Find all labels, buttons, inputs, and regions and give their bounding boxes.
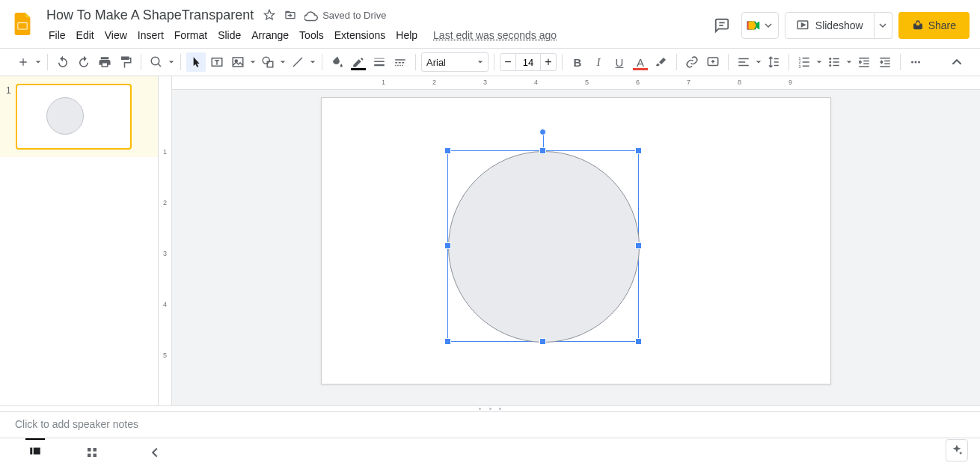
svg-rect-29 <box>738 61 745 63</box>
svg-line-7 <box>158 64 161 67</box>
resize-handle-tm[interactable] <box>539 147 546 154</box>
svg-rect-19 <box>399 62 401 64</box>
select-tool[interactable] <box>186 52 206 72</box>
border-dash-button[interactable] <box>391 52 410 72</box>
grid-view-button[interactable] <box>82 443 102 462</box>
svg-rect-62 <box>94 453 97 457</box>
menu-view[interactable]: View <box>99 27 132 43</box>
collapse-filmstrip-button[interactable] <box>150 447 160 458</box>
comment-button[interactable] <box>703 52 723 72</box>
shape-dropdown[interactable] <box>279 59 287 65</box>
svg-rect-1 <box>18 23 26 29</box>
textbox-tool[interactable] <box>207 52 227 72</box>
resize-handle-tr[interactable] <box>635 147 642 154</box>
star-icon[interactable] <box>261 7 278 23</box>
new-slide-dropdown[interactable] <box>34 59 42 65</box>
shape-selection[interactable] <box>447 150 639 342</box>
slideshow-button[interactable]: Slideshow <box>785 12 875 39</box>
svg-rect-16 <box>374 64 385 66</box>
share-button[interactable]: Share <box>898 12 970 39</box>
bold-button[interactable]: B <box>568 52 587 72</box>
resize-handle-br[interactable] <box>635 338 642 345</box>
svg-text:3: 3 <box>799 64 801 69</box>
numbered-list-button[interactable]: 123 <box>794 52 814 72</box>
more-button[interactable] <box>906 52 925 72</box>
new-slide-button[interactable] <box>13 52 33 72</box>
font-size-decrease[interactable]: − <box>500 53 516 71</box>
rotation-line <box>543 133 544 148</box>
slideshow-dropdown[interactable] <box>875 12 892 39</box>
zoom-button[interactable] <box>147 52 166 72</box>
comments-icon[interactable] <box>708 12 735 39</box>
align-dropdown[interactable] <box>755 59 762 65</box>
footer <box>0 438 980 466</box>
link-button[interactable] <box>682 52 702 72</box>
menu-insert[interactable]: Insert <box>132 27 169 43</box>
resize-handle-mr[interactable] <box>635 242 642 249</box>
svg-rect-15 <box>374 61 385 63</box>
border-color-button[interactable] <box>349 52 368 72</box>
italic-button[interactable]: I <box>589 52 608 72</box>
border-weight-button[interactable] <box>370 52 389 72</box>
image-dropdown[interactable] <box>249 59 257 65</box>
resize-handle-tl[interactable] <box>444 147 451 154</box>
slide-thumbnail[interactable] <box>16 84 132 150</box>
resize-handle-ml[interactable] <box>444 242 451 249</box>
svg-point-54 <box>911 61 913 64</box>
font-family-select[interactable]: Arial <box>421 52 489 72</box>
shape-tool[interactable] <box>258 52 278 72</box>
zoom-dropdown[interactable] <box>168 59 175 65</box>
menu-format[interactable]: Format <box>169 27 212 43</box>
decrease-indent-button[interactable] <box>854 52 874 72</box>
filmstrip-view-button[interactable] <box>25 438 45 461</box>
image-tool[interactable] <box>228 52 248 72</box>
slide-canvas[interactable] <box>321 97 831 384</box>
meet-button[interactable] <box>741 12 779 39</box>
svg-rect-14 <box>374 58 385 59</box>
line-tool[interactable] <box>288 52 307 72</box>
line-dropdown[interactable] <box>309 59 316 65</box>
svg-point-41 <box>829 61 831 64</box>
print-button[interactable] <box>95 52 114 72</box>
menu-slide[interactable]: Slide <box>212 27 246 43</box>
last-edit-link[interactable]: Last edit was seconds ago <box>433 29 557 41</box>
explore-button[interactable] <box>946 439 968 462</box>
svg-rect-24 <box>402 65 403 67</box>
bulleted-list-dropdown[interactable] <box>845 59 853 65</box>
text-color-button[interactable]: A <box>631 52 650 72</box>
resize-handle-bm[interactable] <box>539 338 546 345</box>
notes-splitter[interactable] <box>0 405 980 411</box>
highlight-button[interactable] <box>652 52 671 72</box>
paint-format-button[interactable] <box>116 52 135 72</box>
increase-indent-button[interactable] <box>875 52 895 72</box>
fill-color-button[interactable] <box>328 52 347 72</box>
line-spacing-button[interactable] <box>764 52 783 72</box>
resize-handle-bl[interactable] <box>444 338 451 345</box>
menu-file[interactable]: File <box>43 27 71 43</box>
font-size-input[interactable] <box>516 53 540 71</box>
numbered-list-dropdown[interactable] <box>815 59 823 65</box>
slide-viewport[interactable] <box>172 76 980 405</box>
slides-logo[interactable] <box>7 9 37 39</box>
menu-edit[interactable]: Edit <box>71 27 99 43</box>
menu-arrange[interactable]: Arrange <box>246 27 294 43</box>
menu-extensions[interactable]: Extensions <box>329 27 391 43</box>
speaker-notes[interactable]: Click to add speaker notes <box>0 411 980 438</box>
align-button[interactable] <box>734 52 753 72</box>
document-title[interactable]: How To Make A ShapeTransparent <box>43 7 257 23</box>
svg-rect-30 <box>738 65 749 67</box>
move-icon[interactable] <box>282 7 298 23</box>
save-status[interactable]: Saved to Drive <box>304 8 386 22</box>
bulleted-list-button[interactable] <box>824 52 844 72</box>
menu-help[interactable]: Help <box>391 27 423 43</box>
svg-line-13 <box>293 58 302 67</box>
circle-shape[interactable] <box>448 151 640 343</box>
underline-button[interactable]: U <box>610 52 629 72</box>
redo-button[interactable] <box>74 52 94 72</box>
menu-tools[interactable]: Tools <box>294 27 329 43</box>
font-size-increase[interactable]: + <box>540 53 557 71</box>
rotation-handle[interactable] <box>539 129 546 135</box>
collapse-toolbar-button[interactable] <box>947 52 967 72</box>
vertical-ruler[interactable]: 1 2 3 4 5 <box>159 76 172 405</box>
undo-button[interactable] <box>53 52 73 72</box>
